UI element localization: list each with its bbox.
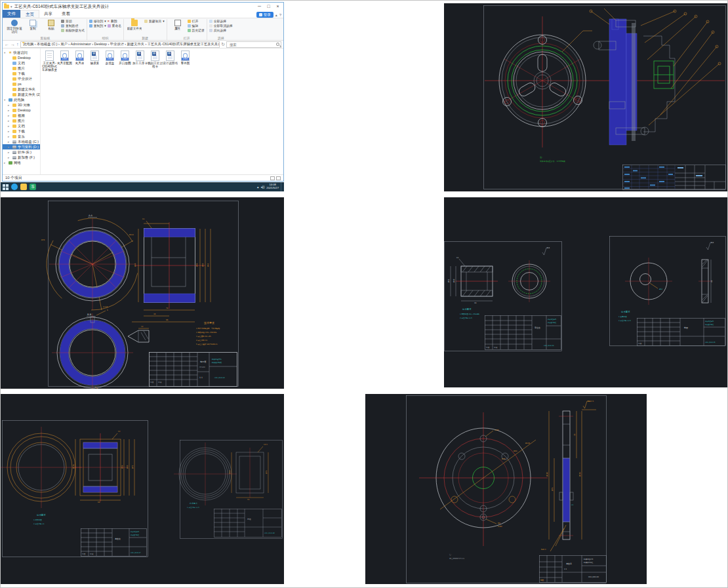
- file-item[interactable]: 轴承套: [87, 50, 102, 71]
- maximize-button[interactable]: □: [264, 3, 273, 10]
- pin-to-quick-access-button[interactable]: 固定到快速访问: [6, 19, 23, 33]
- minimize-button[interactable]: ─: [255, 3, 264, 10]
- start-button[interactable]: [3, 184, 9, 190]
- tab-share[interactable]: 共享: [39, 10, 57, 18]
- new-item-button[interactable]: 新建项目 ▾: [144, 19, 165, 23]
- sidebar-item[interactable]: 下载: [3, 71, 40, 76]
- dim: Ø76: [502, 458, 506, 460]
- file-item[interactable]: 夹具体: [72, 50, 87, 71]
- copy-button[interactable]: 复制: [24, 19, 41, 30]
- thumbnail-view-icon[interactable]: [276, 176, 281, 180]
- new-folder-button[interactable]: 新建文件夹: [126, 19, 143, 30]
- chevron-down-icon[interactable]: ▾: [10, 5, 12, 9]
- file-item[interactable]: 铣削工艺过程卡: [148, 50, 163, 71]
- sidebar-item[interactable]: ▸文档: [3, 123, 40, 128]
- sidebar-item[interactable]: 文档: [3, 60, 40, 66]
- file-item[interactable]: 工艺夹具-C6140卧式车床轴承支架工艺及夹具设计: [42, 50, 57, 71]
- sidebar-item[interactable]: ▸下载: [3, 128, 40, 134]
- copy-path-button[interactable]: 复制路径: [61, 24, 85, 28]
- forward-icon[interactable]: →: [10, 41, 15, 48]
- file-item[interactable]: 加工工序卡: [132, 50, 148, 71]
- close-button[interactable]: ×: [273, 3, 282, 10]
- back-icon[interactable]: ←: [5, 41, 9, 48]
- paste-shortcut-button[interactable]: 粘贴快捷方式: [61, 28, 85, 32]
- select-none-button[interactable]: 全部取消选择: [209, 24, 233, 28]
- taskbar-clock[interactable]: 14:082021/5/27: [266, 184, 279, 189]
- dim: 6-Ø9: [498, 526, 502, 528]
- browser-taskbar-icon[interactable]: [11, 184, 18, 190]
- bom-title-block: [622, 165, 726, 190]
- sidebar-item[interactable]: 新建文件夹: [3, 87, 40, 92]
- tab-home[interactable]: 主页: [20, 10, 39, 18]
- sidebar-item[interactable]: ▸音乐: [3, 134, 40, 139]
- sidebar-item[interactable]: Desktop: [3, 55, 40, 60]
- sidebar-item[interactable]: 毕业设计: [3, 76, 40, 81]
- collapse-ribbon-icon[interactable]: ▴: [275, 12, 277, 17]
- sidebar-item-selected[interactable]: ▸学习资料 (D:): [3, 144, 40, 149]
- group-label-select: 选择: [209, 36, 233, 40]
- rename-button[interactable]: 重命名: [108, 24, 121, 28]
- sidebar-item-network[interactable]: ▸网络: [3, 160, 40, 165]
- search-box[interactable]: [226, 41, 281, 48]
- sidebar-item-this-pc[interactable]: ▾此电脑: [3, 97, 40, 102]
- wps-taskbar-icon[interactable]: S: [30, 184, 36, 190]
- tech-requirements: 技术要求 1.铸件不得有砂眼、气孔等缺陷。 2.调质处理 220~250HBS。…: [196, 321, 222, 345]
- list-view-icon[interactable]: [270, 176, 275, 180]
- drive-icon: [12, 146, 16, 149]
- cut-button[interactable]: 剪切: [61, 19, 85, 23]
- title-block: 连接套 机械工程学院 机械设计制造 C61-J203-07 制图 审核: [81, 528, 147, 557]
- tech-title: 技术要求: [621, 311, 630, 313]
- sidebar-item[interactable]: ps: [3, 81, 40, 87]
- invert-selection-button[interactable]: 反向选择: [209, 28, 233, 32]
- file-item[interactable]: 连接盘: [102, 50, 117, 71]
- file-item[interactable]: 零件图: [178, 50, 193, 71]
- sidebar-item[interactable]: ▸本地磁盘 (C:): [3, 139, 40, 144]
- account-button[interactable]: 登录: [256, 12, 273, 18]
- dim: 40: [711, 280, 713, 283]
- file-item[interactable]: 设计说明书: [163, 50, 178, 71]
- roughness-value: 6.3: [547, 247, 550, 249]
- tab-view[interactable]: 查看: [57, 10, 75, 18]
- folder-icon: [4, 5, 9, 9]
- sidebar-item[interactable]: ▸视频: [3, 113, 40, 118]
- sidebar-item[interactable]: 图片: [3, 66, 40, 71]
- sidebar-item[interactable]: ▸新加卷 (F:): [3, 155, 40, 160]
- quick-access-toolbar: ▾: [4, 5, 12, 9]
- sidebar-item[interactable]: ▸Desktop: [3, 108, 40, 113]
- volume-icon[interactable]: ◂)): [261, 185, 265, 189]
- sidebar-item[interactable]: 新建文件夹 (2): [3, 92, 40, 97]
- paste-button[interactable]: 粘贴: [43, 19, 60, 30]
- history-button[interactable]: 历史记录: [188, 28, 205, 32]
- tray-expand-icon[interactable]: ▴: [257, 185, 259, 189]
- explorer-taskbar-icon[interactable]: [20, 184, 27, 190]
- properties-button[interactable]: 属性: [169, 19, 186, 30]
- file-list: 工艺夹具-C6140卧式车床轴承支架工艺及夹具设计 夹具装配图 夹具体 轴承套 …: [41, 49, 283, 174]
- move-to-button[interactable]: 移动到 ▾: [89, 19, 106, 23]
- file-item[interactable]: 夹具装配图: [57, 50, 72, 71]
- edit-button[interactable]: 编辑: [188, 24, 205, 28]
- sidebar-item[interactable]: ▸图片: [3, 118, 40, 123]
- copy-to-button[interactable]: 复制到 ▾: [89, 24, 106, 28]
- ribbon-group-new: 新建文件夹 新建项目 ▾ 新建: [124, 19, 167, 40]
- sidebar-item[interactable]: ▸3D 对象: [3, 102, 40, 108]
- liner-section-view: Ø68 Ø76 55 C0.5: [229, 444, 268, 501]
- up-icon[interactable]: ↑: [16, 41, 19, 48]
- sidebar-item[interactable]: ▸软件 (E:): [3, 149, 40, 155]
- ring-front-view: [1, 427, 82, 508]
- search-input[interactable]: [228, 42, 275, 47]
- paste-icon: [48, 20, 54, 26]
- sleeve-sheet: 6.3: [445, 242, 562, 351]
- tech-title: 技术要求: [37, 514, 46, 517]
- file-item[interactable]: 开口垫圈: [117, 50, 132, 71]
- open-button[interactable]: 打开: [188, 19, 205, 23]
- help-icon[interactable]: ?: [279, 13, 281, 17]
- refresh-icon[interactable]: ↻: [221, 41, 225, 48]
- tab-file[interactable]: 文件: [3, 10, 20, 18]
- show-desktop-button[interactable]: [281, 182, 282, 191]
- breadcrumb[interactable]: 此电脑 › 本地磁盘 (C:) › 用户 › Administrator › D…: [20, 41, 220, 48]
- select-all-button[interactable]: 全部选择: [209, 19, 233, 23]
- sidebar-item-quick-access[interactable]: ▾★快速访问: [3, 50, 40, 55]
- delete-button[interactable]: ×删除: [108, 19, 121, 23]
- status-bar: 10 个项目: [3, 174, 283, 181]
- edit-icon: [188, 24, 191, 28]
